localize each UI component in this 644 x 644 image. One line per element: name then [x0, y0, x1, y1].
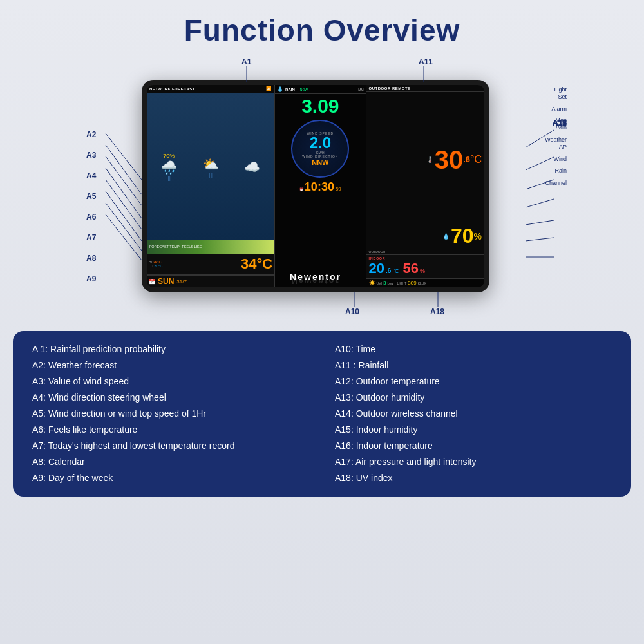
- uvi-sub: Low: [387, 281, 393, 285]
- lo-temp: LO 20°C: [149, 264, 162, 268]
- wind-compass: N S E W WIND SPEED 2.0 KM/H WIND DIRECTI…: [291, 120, 349, 178]
- outdoor-temp: 30: [435, 147, 464, 173]
- wifi-icon: 📶: [266, 86, 272, 91]
- outdoor-temp-area: 🌡️ 30 .6 °C: [366, 92, 484, 224]
- annotation-a4: A4: [86, 171, 96, 180]
- compass-inner: WIND SPEED 2.0 KM/H WIND DIRECTION NNW: [302, 131, 338, 166]
- info-item-a14: A14: Outdoor wireless channel: [335, 407, 612, 421]
- svg-line-1: [106, 133, 142, 180]
- annotation-a8: A8: [86, 254, 96, 263]
- indoor-row: 20 .6 °C 56 %: [369, 260, 482, 277]
- indoor-temp: 20: [369, 260, 384, 277]
- info-item-a13: A13: Outdoor humidity: [335, 391, 612, 404]
- uvi-section: ☀️ UVI 3 Low: [369, 280, 393, 286]
- thermometer-icon: 🌡️: [426, 156, 433, 163]
- uvi-value: 3: [383, 280, 386, 286]
- time-section: ⏰ 10:30 59: [299, 179, 341, 195]
- info-col-right: A10: Time A11 : Rainfall A12: Outdoor te…: [335, 343, 612, 485]
- annotation-a3: A3: [86, 151, 96, 160]
- svg-line-7: [106, 203, 142, 251]
- right-buttons: LightSet Alarm Man/Min WeatherAP Wind Ra…: [545, 86, 567, 187]
- outdoor-humidity: 70: [451, 224, 474, 248]
- info-item-a15: A15: Indoor humidity: [335, 423, 612, 437]
- indoor-section: INDOOR 20 .6 °C 56 %: [366, 254, 484, 278]
- device-screen: NETWORK FORECAST 📶 70% 🌧️ |||| ⛅: [147, 85, 484, 287]
- btn-label-3: WeatherAP: [545, 137, 567, 151]
- info-item-a16: A16: Indoor temperature: [335, 439, 612, 453]
- light-section: LIGHT 309 KLUX: [397, 280, 426, 286]
- annotation-a9: A9: [86, 274, 96, 283]
- info-item-a9: A9: Day of the week: [32, 471, 309, 485]
- info-item-a4: A4: Wind direction steering wheel: [32, 391, 309, 404]
- network-forecast-label: NETWORK FORECAST: [149, 87, 194, 91]
- btn-label-6: Channel: [545, 180, 567, 187]
- panel-right: OUTDOOR REMOTE 🌡️ 30 .6 °C 💧 70 % OU: [366, 85, 484, 287]
- svg-line-4: [106, 168, 142, 218]
- annotation-a5: A5: [86, 192, 96, 201]
- annotation-a18: A18: [430, 307, 444, 316]
- time-sub: 59: [336, 186, 341, 192]
- rain-drop-icon: 💧: [277, 86, 283, 92]
- light-label: LIGHT: [397, 281, 407, 285]
- weather-item-2: ⛅ | |: [203, 156, 219, 177]
- light-unit: KLUX: [418, 281, 426, 285]
- annotation-a10: A10: [345, 307, 359, 316]
- rain-lines-2: | |: [209, 173, 213, 177]
- outdoor-temp-unit: °C: [470, 154, 482, 166]
- panel-left: NETWORK FORECAST 📶 70% 🌧️ |||| ⛅: [147, 85, 275, 287]
- panel-left-bottom: 📅 SUN 31/7: [147, 275, 274, 287]
- info-item-a2: A2: Weather forecast: [32, 359, 309, 372]
- svg-line-8: [106, 214, 142, 260]
- wind-dir-value: NNW: [302, 158, 338, 166]
- outdoor-humidity-unit: %: [474, 231, 482, 242]
- rain-value: 3.09: [301, 95, 339, 117]
- weather-item-3: ☁️: [244, 159, 260, 175]
- left-annotations: A2 A3 A4 A5 A6 A7 A8 A9: [86, 130, 96, 283]
- btn-label-5: Rain: [545, 167, 567, 175]
- now-label: NOW: [300, 88, 308, 91]
- weather-item-1: 70% 🌧️ ||||: [161, 153, 177, 180]
- forecast-bar: FORECAST TEMP FEELS LIKE: [147, 240, 274, 254]
- screen-top: NETWORK FORECAST 📶 70% 🌧️ |||| ⛅: [147, 85, 484, 287]
- indoor-humidity-unit: %: [420, 268, 425, 274]
- wind-speed-value: 2.0: [302, 135, 338, 151]
- cloud-icon-2: ⛅: [203, 156, 219, 172]
- time-display: 10:30: [305, 180, 334, 194]
- svg-line-5: [106, 180, 142, 229]
- info-item-a10: A10: Time: [335, 343, 612, 356]
- uvi-label: UVI: [377, 281, 382, 285]
- page-container: Function Overview A1 A11 NETWORK FORECAS…: [0, 0, 644, 644]
- weather-device: NETWORK FORECAST 📶 70% 🌧️ |||| ⛅: [142, 80, 489, 292]
- annotation-a11: A11: [419, 57, 433, 66]
- annotation-a17: A17: [553, 118, 567, 128]
- btn-label-1: Alarm: [545, 106, 567, 113]
- svg-line-3: [106, 156, 142, 205]
- outdoor-header: OUTDOOR REMOTE: [366, 85, 484, 92]
- annotation-a1: A1: [242, 57, 251, 66]
- info-box: A 1: Rainfall prediction probability A2:…: [13, 331, 631, 497]
- annotation-a2: A2: [86, 130, 96, 139]
- calendar-icon: 📅: [149, 279, 155, 285]
- cloud-icon-1: 🌧️: [161, 160, 177, 175]
- day-label: SUN: [158, 277, 174, 286]
- brand-reflection: Newentor: [291, 276, 339, 286]
- indoor-temp-unit: °C: [392, 268, 399, 274]
- svg-line-2: [106, 145, 142, 194]
- info-item-a1: A 1: Rainfall prediction probability: [32, 343, 309, 356]
- info-item-a3: A3: Value of wind speed: [32, 375, 309, 388]
- outdoor-label: OUTDOOR: [366, 249, 484, 254]
- feels-like-temp: 34°C: [241, 256, 272, 272]
- cloud-icon-3: ☁️: [244, 159, 260, 175]
- svg-line-16: [526, 199, 554, 207]
- panel-header: NETWORK FORECAST 📶: [147, 85, 274, 93]
- forecast-temp-label: FORECAST TEMP: [149, 245, 180, 249]
- uv-icon: ☀️: [369, 280, 375, 286]
- feels-like-bar-label: FEELS LIKE: [182, 245, 202, 249]
- humidity-percent: 70%: [163, 153, 175, 159]
- diagram-section: A1 A11 NETWORK FORECAST 📶: [77, 54, 567, 325]
- btn-label-0: LightSet: [545, 86, 567, 100]
- humidity-icon: 💧: [442, 233, 450, 240]
- hi-lo-temps: HI 36°C LO 20°C: [149, 260, 162, 268]
- outdoor-temp-decimal: .6: [463, 155, 470, 164]
- info-item-a18: A18: UV index: [335, 471, 612, 485]
